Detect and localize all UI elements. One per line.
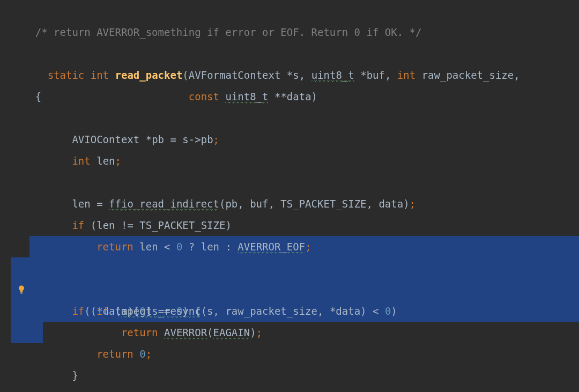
number: 0: [139, 348, 145, 360]
keyword: static: [48, 69, 85, 81]
code-line[interactable]: const uint8_t **data): [0, 43, 579, 64]
lightbulb-icon[interactable]: [16, 241, 27, 252]
var: len: [96, 155, 115, 167]
brace: }: [72, 369, 78, 381]
param: data: [287, 91, 311, 102]
brace: {: [35, 91, 41, 102]
type: AVIOContext: [72, 134, 145, 145]
keyword: const: [189, 91, 219, 102]
code-line[interactable]: /* return AVERROR_something if error or …: [0, 0, 579, 21]
param: s: [293, 69, 299, 81]
keyword: return: [96, 241, 133, 253]
function-call: mpegts_resync: [121, 305, 201, 318]
keyword: return: [121, 327, 158, 338]
keyword: int: [397, 69, 415, 81]
keyword: return: [96, 348, 133, 360]
var: len: [72, 198, 90, 210]
const: EAGAIN: [213, 327, 250, 339]
function-call: ffio_read_indirect: [109, 198, 219, 211]
code-line[interactable]: int len;: [0, 107, 579, 129]
code-editor[interactable]: /* return AVERROR_something if error or …: [0, 0, 579, 392]
code-line[interactable]: if (len != TS_PACKET_SIZE): [0, 172, 579, 193]
comment-text: /* return AVERROR_something if error or …: [35, 26, 422, 38]
type: uint8_t: [311, 69, 354, 82]
keyword: if: [96, 305, 109, 317]
const: AVERROR_EOF: [237, 241, 305, 254]
number: 0: [176, 241, 182, 253]
code-line[interactable]: return AVERROR(EAGAIN);: [0, 279, 579, 300]
macro: AVERROR: [164, 327, 207, 339]
keyword: int: [91, 69, 109, 81]
const: TS_PACKET_SIZE: [139, 219, 225, 231]
code-line[interactable]: if (mpegts_resync(s, raw_packet_size, *d…: [0, 257, 579, 279]
keyword: if: [72, 219, 84, 231]
function-name: read_packet: [115, 69, 183, 81]
number: 0: [385, 305, 391, 317]
keyword: int: [72, 155, 90, 167]
type: uint8_t: [225, 91, 268, 103]
punct: (: [182, 69, 188, 81]
param: raw_packet_size: [422, 69, 514, 81]
param: buf: [367, 69, 385, 81]
svg-rect-1: [20, 293, 23, 294]
code-line[interactable]: return 0;: [0, 365, 579, 386]
svg-rect-0: [20, 292, 23, 293]
var: pb: [152, 134, 164, 145]
type: AVFormatContext: [189, 69, 287, 81]
